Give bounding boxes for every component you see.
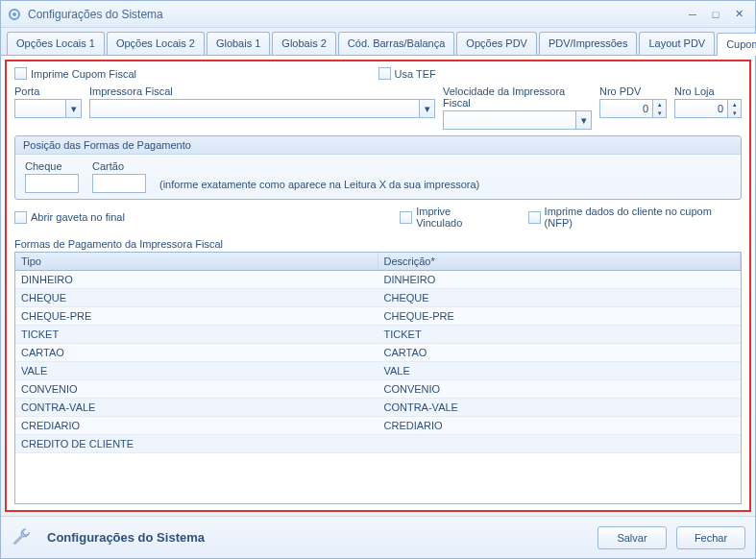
footer: Configurações do Sistema Salvar Fechar — [1, 516, 755, 558]
titlebar: Configurações do Sistema ─ □ ✕ — [1, 1, 755, 28]
checkbox-imprime-cupom[interactable] — [14, 67, 27, 80]
cell-tipo: CONTRA-VALE — [15, 399, 378, 416]
chevron-down-icon[interactable]: ▾ — [653, 109, 666, 117]
tab-op-es-locais-1[interactable]: Opções Locais 1 — [7, 32, 105, 55]
tab-bar: Opções Locais 1Opções Locais 2Globais 1G… — [1, 28, 755, 56]
window-title: Configurações do Sistema — [28, 8, 680, 21]
tab-pdv-impress-es[interactable]: PDV/Impressões — [539, 32, 638, 55]
save-button[interactable]: Salvar — [597, 526, 667, 549]
chevron-up-icon[interactable]: ▴ — [728, 100, 741, 109]
table-row[interactable]: CARTAOCARTAO — [15, 344, 741, 362]
cell-tipo: CREDITO DE CLIENTE — [15, 435, 378, 452]
cell-descricao: CREDIARIO — [378, 417, 742, 434]
wrench-icon — [11, 526, 32, 549]
cell-descricao: CHEQUE-PRE — [378, 307, 742, 325]
label-nro-pdv: Nro PDV — [599, 85, 667, 97]
cell-descricao: CHEQUE — [378, 289, 742, 306]
table-title: Formas de Pagamento da Impressora Fiscal — [14, 238, 742, 250]
column-header-tipo[interactable]: Tipo — [15, 253, 378, 270]
checkbox-imprive-vinculado[interactable] — [400, 211, 412, 224]
cell-descricao: VALE — [378, 362, 742, 379]
table-row[interactable]: CHEQUE-PRECHEQUE-PRE — [15, 307, 741, 326]
label-velocidade: Velocidade da Impressora Fiscal — [443, 85, 592, 109]
cell-descricao: DINHEIRO — [378, 271, 742, 288]
cell-tipo: CHEQUE-PRE — [15, 307, 378, 325]
gear-icon — [7, 7, 22, 22]
tab-cupom-fiscal[interactable]: Cupom Fiscal — [717, 33, 756, 56]
group-title: Posição das Formas de Pagamento — [15, 136, 741, 155]
tab-globais-2[interactable]: Globais 2 — [272, 32, 335, 55]
label-imprime-cupom: Imprime Cupom Fiscal — [31, 68, 136, 80]
cell-descricao — [378, 435, 742, 452]
table-formas-pagamento: Tipo Descrição* DINHEIRODINHEIROCHEQUECH… — [14, 252, 742, 504]
table-body: DINHEIRODINHEIROCHEQUECHEQUECHEQUE-PRECH… — [15, 271, 741, 453]
tab-panel-cupom-fiscal: Imprime Cupom Fiscal Usa TEF Porta ▾ Imp… — [5, 60, 751, 512]
label-nro-loja: Nro Loja — [674, 85, 742, 97]
cell-descricao: TICKET — [378, 326, 742, 343]
spinner-nro-loja[interactable]: 0 ▴▾ — [674, 99, 742, 118]
chevron-down-icon[interactable]: ▾ — [728, 109, 741, 117]
table-row[interactable]: CONVENIOCONVENIO — [15, 380, 741, 399]
label-porta: Porta — [14, 85, 82, 97]
table-row[interactable]: CHEQUECHEQUE — [15, 289, 741, 307]
chevron-down-icon: ▾ — [419, 100, 434, 117]
tab-c-d-barras-balan-a[interactable]: Cód. Barras/Balança — [338, 32, 455, 55]
tab-op-es-locais-2[interactable]: Opções Locais 2 — [107, 32, 205, 55]
cell-tipo: TICKET — [15, 326, 378, 343]
checkbox-imprime-dados-cliente[interactable] — [528, 211, 541, 224]
tab-layout-pdv[interactable]: Layout PDV — [639, 32, 715, 55]
label-cheque: Cheque — [25, 160, 79, 172]
footer-title: Configurações do Sistema — [47, 530, 588, 545]
table-row[interactable]: VALEVALE — [15, 362, 741, 380]
input-cheque[interactable] — [25, 174, 79, 193]
chevron-down-icon: ▾ — [65, 100, 81, 117]
chevron-up-icon[interactable]: ▴ — [653, 100, 666, 109]
tab-globais-1[interactable]: Globais 1 — [207, 32, 270, 55]
column-header-descricao[interactable]: Descrição* — [378, 253, 742, 270]
checkbox-abrir-gaveta[interactable] — [14, 211, 27, 224]
table-row[interactable]: CREDITO DE CLIENTE — [15, 435, 741, 453]
label-impressora-fiscal: Impressora Fiscal — [89, 85, 435, 97]
label-usa-tef: Usa TEF — [395, 68, 436, 80]
table-header: Tipo Descrição* — [15, 253, 741, 271]
close-button[interactable]: Fechar — [676, 526, 745, 549]
label-cartao: Cartão — [92, 160, 146, 172]
cell-descricao: CONTRA-VALE — [378, 399, 742, 416]
chevron-down-icon: ▾ — [575, 111, 591, 129]
group-posicao-formas-pagamento: Posição das Formas de Pagamento Cheque C… — [14, 135, 742, 200]
table-row[interactable]: CONTRA-VALECONTRA-VALE — [15, 399, 741, 417]
combo-velocidade[interactable]: ▾ — [443, 110, 592, 130]
table-row[interactable]: TICKETTICKET — [15, 326, 741, 344]
label-imprive-vinculado: Imprive Vinculado — [416, 206, 500, 229]
label-abrir-gaveta: Abrir gaveta no final — [31, 211, 125, 223]
cell-tipo: CARTAO — [15, 344, 378, 361]
combo-porta[interactable]: ▾ — [14, 99, 82, 118]
spinner-nro-pdv[interactable]: 0 ▴▾ — [599, 99, 667, 118]
cell-tipo: CREDIARIO — [15, 417, 378, 434]
cell-descricao: CONVENIO — [378, 380, 742, 398]
hint-text: (informe exatamente como aparece na Leit… — [159, 179, 479, 193]
window: Configurações do Sistema ─ □ ✕ Opções Lo… — [0, 0, 756, 559]
minimize-button[interactable]: ─ — [682, 7, 703, 22]
input-cartao[interactable] — [92, 174, 146, 193]
cell-tipo: CONVENIO — [15, 380, 378, 398]
cell-tipo: VALE — [15, 362, 378, 379]
cell-descricao: CARTAO — [378, 344, 742, 361]
label-imprime-dados-cliente: Imprime dados do cliente no cupom (NFP) — [545, 206, 742, 229]
cell-tipo: DINHEIRO — [15, 271, 378, 288]
table-row[interactable]: DINHEIRODINHEIRO — [15, 271, 741, 289]
checkbox-usa-tef[interactable] — [378, 67, 391, 80]
combo-impressora-fiscal[interactable]: ▾ — [89, 99, 435, 118]
cell-tipo: CHEQUE — [15, 289, 378, 306]
maximize-button[interactable]: □ — [705, 7, 726, 22]
tab-op-es-pdv[interactable]: Opções PDV — [456, 32, 537, 55]
table-row[interactable]: CREDIARIOCREDIARIO — [15, 417, 741, 435]
svg-point-1 — [12, 12, 16, 16]
close-window-button[interactable]: ✕ — [728, 7, 749, 22]
